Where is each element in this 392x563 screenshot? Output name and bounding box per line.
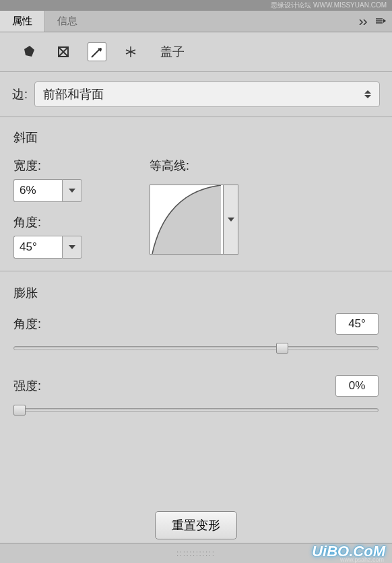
width-label: 宽度:	[13, 158, 82, 174]
toolbar: 盖子	[0, 32, 392, 72]
caret-down-icon	[69, 189, 75, 193]
side-label: 边:	[12, 86, 28, 102]
cap-icon[interactable]	[88, 42, 106, 61]
inflate-strength-label: 强度:	[13, 378, 41, 394]
width-dropdown-button[interactable]	[62, 179, 82, 202]
collapse-icon[interactable]	[358, 15, 370, 28]
contour-dropdown-button[interactable]	[224, 185, 238, 255]
bevel-section: 斜面 宽度: 角度: 等高线:	[0, 117, 392, 271]
svg-point-0	[99, 48, 102, 51]
titlebar: 思缘设计论坛 WWW.MISSYUAN.COM	[0, 0, 392, 11]
coordinates-icon[interactable]	[121, 42, 140, 61]
angle-label: 角度:	[13, 214, 82, 230]
side-row: 边: 前部和背面	[0, 72, 392, 117]
mesh-icon[interactable]	[20, 42, 39, 61]
inflate-angle-label: 角度:	[13, 316, 41, 332]
angle-dropdown-button[interactable]	[62, 236, 82, 259]
panel-menu-icon[interactable]	[376, 15, 387, 28]
inflate-angle-input[interactable]	[335, 313, 379, 335]
grip-dots: ::::::::::::	[176, 550, 215, 557]
bevel-title: 斜面	[13, 129, 379, 145]
tab-properties[interactable]: 属性	[0, 11, 45, 32]
watermark-sub: www.psahz.com	[340, 556, 384, 563]
contour-label: 等高线:	[150, 158, 238, 174]
tabs: 属性 信息	[0, 11, 392, 32]
caret-down-icon	[69, 245, 75, 249]
width-input[interactable]	[13, 179, 62, 202]
inflate-title: 膨胀	[13, 285, 379, 301]
width-field: 宽度:	[13, 158, 82, 202]
slider-track	[13, 408, 379, 412]
toolbar-object-label: 盖子	[160, 44, 185, 60]
angle-input[interactable]	[13, 236, 62, 259]
inflate-strength-slider[interactable]	[13, 403, 379, 417]
slider-thumb[interactable]	[276, 343, 288, 354]
side-select-value: 前部和背面	[43, 86, 104, 102]
reset-button[interactable]: 重置变形	[155, 511, 237, 539]
caret-down-icon	[228, 218, 234, 222]
inflate-strength-input[interactable]	[335, 375, 379, 397]
angle-field: 角度:	[13, 214, 82, 259]
slider-track	[13, 346, 379, 350]
contour-preview[interactable]	[150, 185, 224, 255]
side-select[interactable]: 前部和背面	[34, 81, 380, 107]
inflate-section: 膨胀 角度: 强度:	[0, 271, 392, 504]
updown-icon	[364, 90, 371, 98]
deform-icon[interactable]	[54, 42, 73, 61]
inflate-angle-slider[interactable]	[13, 341, 379, 355]
tab-info[interactable]: 信息	[45, 11, 90, 32]
watermark-top: 思缘设计论坛 WWW.MISSYUAN.COM	[271, 1, 387, 10]
slider-thumb[interactable]	[13, 405, 26, 416]
